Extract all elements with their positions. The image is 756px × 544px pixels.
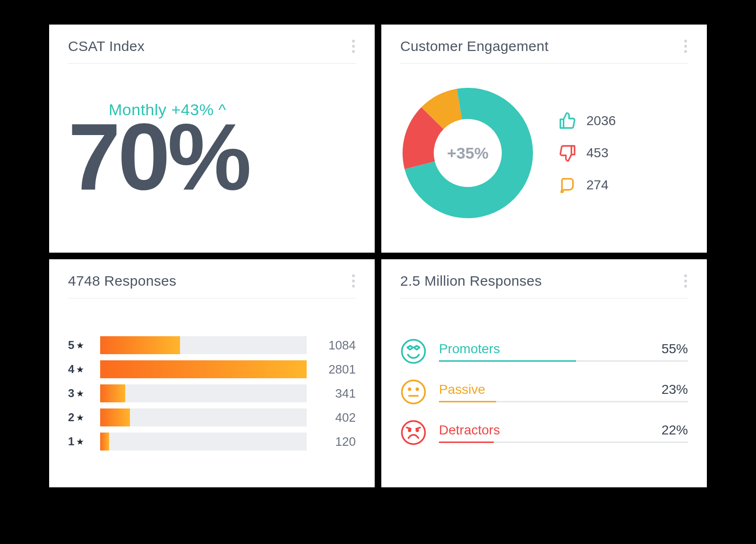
engagement-body: +35% 2036 453 — [400, 64, 688, 239]
card-menu-button[interactable] — [683, 38, 688, 55]
card-header: Customer Engagement — [400, 38, 688, 64]
bar-fill — [100, 384, 125, 402]
detractor-face-icon — [400, 419, 427, 446]
nps-body: Promoters55%Passive23%Detractors22% — [400, 298, 688, 474]
responses-row: 2★402 — [68, 408, 356, 426]
engagement-donut: +35% — [400, 85, 535, 221]
svg-point-7 — [416, 429, 418, 431]
nps-name: Passive — [439, 382, 485, 397]
nps-row-top: Promoters55% — [439, 341, 688, 357]
nps-main: Passive23% — [439, 382, 688, 402]
card-title: 2.5 Million Responses — [400, 273, 542, 289]
bar-fill — [100, 408, 130, 426]
bar-track — [100, 336, 307, 354]
mitt-icon — [558, 176, 577, 195]
legend-value: 274 — [586, 178, 609, 193]
promoter-face-icon — [400, 338, 427, 365]
card-title: CSAT Index — [68, 38, 145, 54]
nps-name: Promoters — [439, 341, 500, 357]
nps-row: Passive23% — [400, 379, 688, 405]
thumbs-up-icon — [558, 111, 577, 130]
responses-row: 5★1084 — [68, 336, 356, 354]
responses-card: 4748 Responses 5★10844★28013★3412★4021★1… — [49, 259, 375, 487]
legend-dislikes: 453 — [558, 144, 616, 162]
legend-neutral: 274 — [558, 176, 616, 195]
dashboard-grid: CSAT Index Monthly +43% ^ 70% Customer E… — [49, 25, 707, 487]
legend-likes: 2036 — [558, 111, 616, 130]
nps-main: Promoters55% — [439, 341, 688, 362]
card-menu-button[interactable] — [351, 38, 356, 55]
responses-row-count: 120 — [313, 434, 356, 449]
bar-track — [100, 408, 307, 426]
engagement-card: Customer Engagement +35% 2036 — [381, 25, 707, 253]
bar-track — [100, 384, 307, 402]
nps-row-top: Passive23% — [439, 382, 688, 397]
star-icon: ★ — [76, 388, 84, 399]
svg-point-6 — [409, 429, 411, 431]
responses-row: 4★2801 — [68, 360, 356, 378]
svg-point-3 — [416, 388, 418, 390]
nps-track — [439, 360, 688, 362]
legend-value: 453 — [586, 145, 609, 161]
responses-row-count: 402 — [313, 410, 356, 425]
card-header: CSAT Index — [68, 38, 356, 64]
thumbs-down-icon — [558, 144, 577, 162]
star-count: 5 — [68, 339, 74, 352]
star-count: 3 — [68, 387, 74, 400]
svg-point-1 — [402, 381, 425, 404]
bar-track — [100, 360, 307, 378]
star-count: 1 — [68, 435, 74, 448]
card-header: 2.5 Million Responses — [400, 272, 688, 298]
nps-name: Detractors — [439, 423, 500, 438]
bar-fill — [100, 336, 180, 354]
star-icon: ★ — [76, 340, 84, 351]
nps-row: Detractors22% — [400, 419, 688, 446]
responses-body: 5★10844★28013★3412★4021★120 — [68, 298, 356, 474]
nps-card: 2.5 Million Responses Promoters55%Passiv… — [381, 259, 707, 487]
star-count: 2 — [68, 411, 74, 424]
responses-row-label: 5★ — [68, 339, 94, 352]
bar-fill — [100, 433, 109, 450]
legend-value: 2036 — [586, 113, 616, 128]
card-menu-button[interactable] — [351, 272, 356, 289]
csat-value: 70% — [68, 110, 356, 203]
responses-row-label: 3★ — [68, 387, 94, 400]
svg-point-0 — [402, 340, 425, 363]
responses-row-label: 2★ — [68, 411, 94, 424]
responses-row: 3★341 — [68, 384, 356, 402]
csat-card: CSAT Index Monthly +43% ^ 70% — [49, 25, 375, 253]
star-icon: ★ — [76, 412, 84, 423]
nps-main: Detractors22% — [439, 423, 688, 443]
responses-row-count: 2801 — [313, 362, 356, 377]
responses-row-count: 341 — [313, 386, 356, 401]
bar-fill — [100, 360, 307, 378]
nps-bar — [439, 360, 576, 362]
nps-row: Promoters55% — [400, 338, 688, 365]
nps-bar — [439, 442, 494, 443]
csat-body: Monthly +43% ^ 70% — [68, 64, 356, 239]
card-title: 4748 Responses — [68, 273, 176, 289]
card-header: 4748 Responses — [68, 272, 356, 298]
nps-row-top: Detractors22% — [439, 423, 688, 438]
passive-face-icon — [400, 379, 427, 405]
star-count: 4 — [68, 363, 74, 376]
donut-center-label: +35% — [400, 85, 535, 221]
card-menu-button[interactable] — [683, 272, 688, 289]
responses-row-count: 1084 — [313, 338, 356, 353]
nps-pct: 55% — [662, 341, 688, 357]
card-title: Customer Engagement — [400, 38, 549, 54]
responses-row-label: 4★ — [68, 363, 94, 376]
nps-track — [439, 442, 688, 443]
engagement-legend: 2036 453 274 — [558, 111, 616, 195]
responses-row-label: 1★ — [68, 435, 94, 448]
star-icon: ★ — [76, 436, 84, 447]
nps-pct: 22% — [662, 423, 688, 438]
bar-track — [100, 433, 307, 450]
svg-point-2 — [409, 388, 411, 390]
star-icon: ★ — [76, 364, 84, 375]
nps-bar — [439, 401, 496, 402]
responses-row: 1★120 — [68, 433, 356, 450]
svg-point-5 — [402, 421, 425, 444]
nps-pct: 23% — [662, 382, 688, 397]
nps-track — [439, 401, 688, 402]
